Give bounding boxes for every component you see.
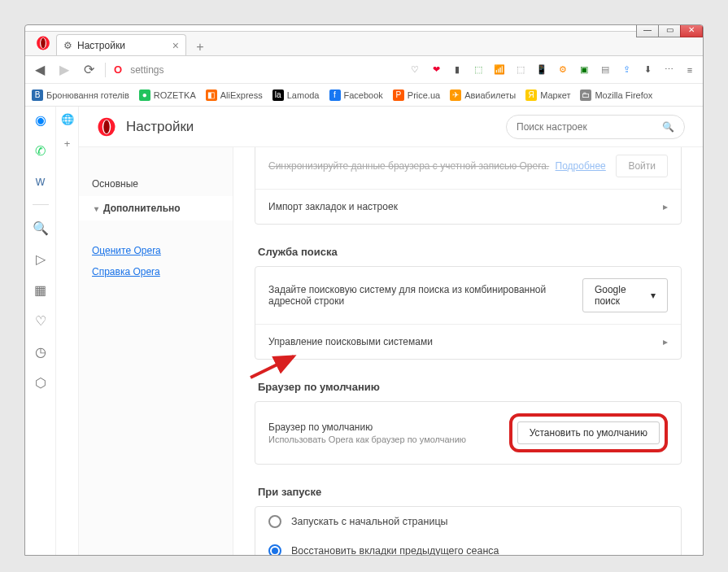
manage-search-label: Управление поисковыми системами bbox=[268, 336, 433, 347]
extension-icon-2[interactable]: ▮ bbox=[451, 63, 464, 76]
search-icon[interactable]: 🔍 bbox=[33, 220, 49, 236]
settings-page: Настройки 🔍 Основные Дополнительно Оцени… bbox=[79, 107, 703, 555]
bookmark-item[interactable]: ✈Авиабилеты bbox=[450, 90, 516, 101]
chevron-right-icon: ▸ bbox=[663, 336, 668, 347]
opera-logo-icon bbox=[36, 36, 50, 50]
extension-icon-10[interactable]: ⇪ bbox=[620, 63, 633, 76]
bookmark-favicon: P bbox=[393, 90, 404, 101]
startup-opt-restore[interactable]: Восстановить вкладки предыдущего сеанса bbox=[255, 536, 681, 555]
extension-icon-1[interactable]: ❤ bbox=[429, 63, 442, 76]
bookmark-favicon: ✈ bbox=[450, 90, 461, 101]
sync-text: Синхронизируйте данные браузера с учетно… bbox=[268, 160, 549, 172]
import-label: Импорт закладок и настроек bbox=[268, 201, 398, 212]
default-browser-title: Браузер по умолчанию bbox=[268, 421, 466, 433]
bookmark-item[interactable]: fFacebook bbox=[329, 90, 383, 101]
tab-settings[interactable]: ⚙ Настройки × bbox=[56, 34, 186, 55]
bookmark-item[interactable]: laLamoda bbox=[272, 90, 320, 101]
settings-body: Основные Дополнительно Оцените Opera Спр… bbox=[79, 147, 703, 555]
startup-opt1-label: Запускать с начальной страницы bbox=[291, 516, 448, 527]
cube-icon[interactable]: ⬡ bbox=[33, 374, 49, 391]
bookmark-favicon: ● bbox=[139, 90, 150, 101]
bookmark-item[interactable]: PPrice.ua bbox=[393, 90, 440, 101]
chevron-down-icon: ▾ bbox=[651, 290, 656, 301]
bookmark-favicon: la bbox=[272, 90, 284, 101]
send-icon[interactable]: ▷ bbox=[33, 251, 49, 267]
bookmark-favicon: Я bbox=[525, 90, 537, 101]
tab-strip: ⚙ Настройки × + bbox=[25, 32, 703, 56]
reload-button[interactable]: ⟳ bbox=[81, 62, 97, 78]
opera-badge-icon: O bbox=[114, 63, 122, 76]
sidebar-rail: ◉✆w🔍▷▦♡◷⬡ bbox=[25, 107, 56, 555]
settings-nav: Основные Дополнительно Оцените Opera Спр… bbox=[79, 147, 233, 555]
search-service-card: Задайте поисковую систему для поиска из … bbox=[255, 266, 682, 360]
maximize-button[interactable]: ▭ bbox=[658, 24, 681, 37]
toolbar-extensions: ♡❤▮⬚📶⬚📱⚙▣▤⇪⬇⋯≡ bbox=[408, 63, 696, 76]
address-input[interactable] bbox=[130, 64, 260, 76]
startup-card: Запускать с начальной страницы Восстанов… bbox=[255, 506, 682, 555]
translate-icon[interactable]: 🌐 bbox=[60, 111, 75, 126]
extension-icon-6[interactable]: 📱 bbox=[535, 63, 548, 76]
whatsapp-icon[interactable]: ✆ bbox=[33, 142, 49, 159]
startup-opt-homepage[interactable]: Запускать с начальной страницы bbox=[255, 507, 681, 536]
extension-icon-11[interactable]: ⬇ bbox=[641, 63, 654, 76]
divider bbox=[33, 204, 49, 205]
manage-search-row[interactable]: Управление поисковыми системами ▸ bbox=[255, 324, 681, 359]
settings-content[interactable]: Синхронизируйте данные браузера с учетно… bbox=[233, 147, 703, 555]
nav-help-opera[interactable]: Справка Opera bbox=[79, 261, 233, 282]
extension-icon-4[interactable]: 📶 bbox=[493, 63, 506, 76]
close-window-button[interactable]: ✕ bbox=[680, 24, 703, 37]
page-title: Настройки bbox=[126, 119, 194, 135]
page-inner: 🌐+ Настройки 🔍 Основн bbox=[56, 107, 703, 555]
vk-icon[interactable]: w bbox=[33, 173, 49, 190]
bookmark-item[interactable]: ЯМаркет bbox=[525, 90, 570, 101]
extension-icon-5[interactable]: ⬚ bbox=[514, 63, 527, 76]
extension-icon-0[interactable]: ♡ bbox=[408, 63, 421, 76]
bookmark-item[interactable]: ◧AliExpress bbox=[206, 90, 263, 101]
settings-search-input[interactable] bbox=[517, 121, 656, 133]
extension-icon-7[interactable]: ⚙ bbox=[556, 63, 569, 76]
plus-icon[interactable]: + bbox=[60, 136, 75, 151]
bookmark-item[interactable]: 🗀Mozilla Firefox bbox=[580, 90, 652, 101]
bookmarks-bar: BБронювання готелів●ROZETKA◧AliExpressla… bbox=[25, 84, 703, 107]
default-browser-sub: Использовать Opera как браузер по умолча… bbox=[268, 434, 466, 444]
sync-more-link[interactable]: Подробнее bbox=[556, 160, 606, 172]
section-default-browser: Браузер по умолчанию bbox=[258, 381, 682, 393]
default-browser-row: Браузер по умолчанию Использовать Opera … bbox=[255, 402, 681, 464]
bookmark-item[interactable]: ●ROZETKA bbox=[139, 90, 196, 101]
bookmark-item[interactable]: BБронювання готелів bbox=[32, 90, 129, 101]
default-browser-card: Браузер по умолчанию Использовать Opera … bbox=[255, 401, 682, 465]
extension-icon-9[interactable]: ▤ bbox=[599, 63, 612, 76]
nav-advanced[interactable]: Дополнительно bbox=[79, 196, 233, 221]
heart-icon[interactable]: ♡ bbox=[33, 312, 49, 329]
forward-button[interactable]: ▶ bbox=[56, 62, 72, 78]
new-tab-button[interactable]: + bbox=[191, 39, 209, 55]
extension-icon-3[interactable]: ⬚ bbox=[472, 63, 485, 76]
extension-icon-12[interactable]: ⋯ bbox=[662, 63, 675, 76]
nav-rate-opera[interactable]: Оцените Opera bbox=[79, 240, 233, 261]
sync-login-button[interactable]: Войти bbox=[616, 155, 668, 177]
nav-basic[interactable]: Основные bbox=[79, 172, 233, 196]
import-row[interactable]: Импорт закладок и настроек ▸ bbox=[255, 189, 681, 224]
section-startup: При запуске bbox=[258, 486, 682, 498]
svg-point-2 bbox=[41, 38, 46, 48]
browser-body: ◉✆w🔍▷▦♡◷⬡ 🌐+ Настройки 🔍 bbox=[25, 107, 703, 555]
clock-icon[interactable]: ◷ bbox=[33, 343, 49, 360]
set-default-button[interactable]: Установить по умолчанию bbox=[517, 421, 660, 444]
minimize-button[interactable]: — bbox=[636, 24, 659, 37]
bookmark-label: AliExpress bbox=[220, 90, 263, 100]
tab-close-button[interactable]: × bbox=[172, 39, 179, 52]
mini-sidebar: 🌐+ bbox=[56, 107, 79, 555]
radio-checked-icon bbox=[268, 544, 281, 555]
address-bar: ◀ ▶ ⟳ O ♡❤▮⬚📶⬚📱⚙▣▤⇪⬇⋯≡ bbox=[25, 56, 703, 84]
chevron-right-icon: ▸ bbox=[663, 201, 668, 212]
grid-icon[interactable]: ▦ bbox=[33, 282, 49, 298]
back-button[interactable]: ◀ bbox=[32, 62, 48, 78]
opera-menu-button[interactable] bbox=[30, 31, 56, 55]
search-icon: 🔍 bbox=[662, 121, 674, 133]
settings-search[interactable]: 🔍 bbox=[506, 115, 685, 139]
bookmark-label: Бронювання готелів bbox=[46, 90, 129, 100]
search-provider-dropdown[interactable]: Google поиск ▾ bbox=[582, 278, 668, 312]
extension-icon-13[interactable]: ≡ bbox=[683, 63, 696, 76]
messenger-icon[interactable]: ◉ bbox=[33, 111, 49, 128]
extension-icon-8[interactable]: ▣ bbox=[578, 63, 591, 76]
